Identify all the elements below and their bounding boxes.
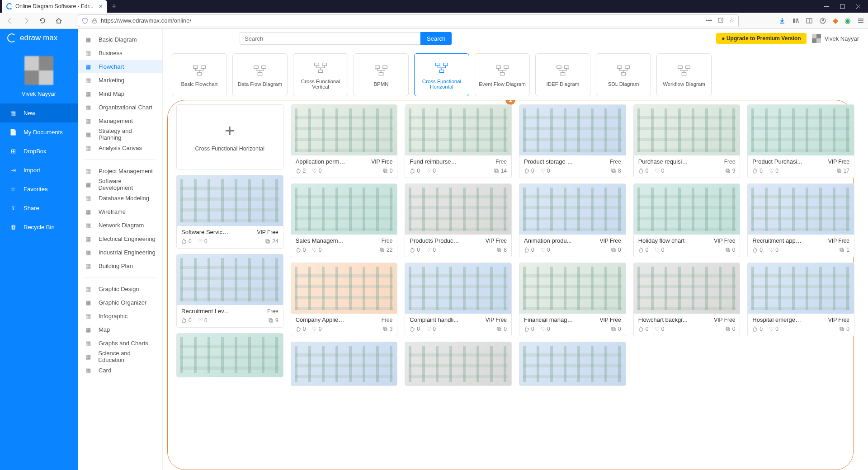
sidebar-item-import[interactable]: ⇥Import	[0, 160, 78, 179]
template-card[interactable]: Recruitment appli... VIP Free 0 ♡ 0 1	[747, 183, 854, 257]
like-count[interactable]: 2	[296, 168, 306, 174]
category-management[interactable]: ▦Management	[78, 114, 162, 127]
like-count[interactable]: 0	[524, 247, 534, 253]
copy-count[interactable]: 0	[496, 326, 507, 332]
search-input[interactable]	[240, 32, 420, 45]
template-card[interactable]: Company Applies To ... Free 0 ♡ 0 3	[291, 263, 398, 336]
window-close-icon[interactable]	[856, 4, 861, 9]
category-mind-map[interactable]: ▦Mind Map	[78, 87, 162, 100]
copy-count[interactable]: 14	[494, 168, 507, 174]
fav-count[interactable]: ♡ 0	[312, 326, 321, 332]
template-card[interactable]: Holiday flow chart VIP Free 0 ♡ 0 0	[633, 183, 741, 257]
like-count[interactable]: 0	[752, 247, 763, 253]
fav-count[interactable]: ♡ 0	[655, 247, 664, 253]
like-count[interactable]: 0	[752, 168, 763, 174]
like-count[interactable]: 0	[410, 247, 420, 253]
fav-count[interactable]: ♡ 0	[655, 168, 664, 174]
fav-count[interactable]: ♡ 0	[426, 326, 436, 332]
type-event-flow-diagram[interactable]: Event Flow Diagram	[475, 53, 530, 96]
like-count[interactable]: 0	[524, 326, 534, 332]
copy-count[interactable]: 1	[839, 247, 849, 253]
category-business[interactable]: ▦Business	[78, 46, 162, 60]
home-button[interactable]	[52, 14, 65, 27]
fav-count[interactable]: ♡ 0	[541, 326, 550, 332]
user-chip[interactable]: Vivek Nayyar	[812, 34, 859, 43]
new-tab-button[interactable]: +	[107, 2, 121, 11]
library-icon[interactable]	[792, 17, 799, 24]
type-cross-functional-horizontal[interactable]: Cross Functional Horizontal	[414, 53, 469, 96]
fav-count[interactable]: ♡ 0	[655, 326, 664, 332]
download-icon[interactable]	[778, 17, 786, 24]
type-data-flow-diagram[interactable]: Data Flow Diagram	[232, 53, 288, 96]
copy-count[interactable]: 24	[265, 238, 278, 244]
profile-block[interactable]: Vivek Nayyar	[0, 47, 78, 103]
template-card[interactable]: Financial manage... VIP Free 0 ♡ 0 0	[519, 263, 626, 336]
category-electrical-engineering[interactable]: ▦Electrical Engineering	[78, 232, 162, 245]
copy-count[interactable]: 8	[496, 247, 507, 253]
category-science-and-education[interactable]: ▦Science and Education	[78, 350, 162, 363]
category-project-management[interactable]: ▦Project Management	[78, 164, 162, 178]
template-card[interactable]: Animation produ... VIP Free 0 ♡ 0 0	[519, 183, 626, 257]
copy-count[interactable]: 9	[725, 168, 736, 174]
fav-count[interactable]: ♡ 0	[198, 238, 208, 244]
like-count[interactable]: 0	[181, 238, 192, 244]
like-count[interactable]: 0	[296, 247, 306, 253]
menu-icon[interactable]	[857, 17, 864, 24]
like-count[interactable]: 0	[638, 326, 649, 332]
type-bpmn[interactable]: BPMN	[354, 53, 409, 96]
type-basic-flowchart[interactable]: Basic Flowchart	[172, 53, 227, 96]
type-sdl-diagram[interactable]: SDL Diagram	[596, 53, 651, 96]
upgrade-button[interactable]: ● Upgrade to Premium Version	[716, 33, 806, 44]
bookmark-star-icon[interactable]: ☆	[729, 17, 735, 24]
template-card[interactable]: Sales Management C... Free 0 ♡ 0 22	[291, 183, 398, 257]
category-flowchart[interactable]: ▦Flowchart	[78, 60, 162, 73]
fav-count[interactable]: ♡ 0	[541, 168, 550, 174]
copy-count[interactable]: 3	[382, 326, 393, 332]
category-card[interactable]: ▦Card	[78, 363, 162, 377]
fav-count[interactable]: ♡ 0	[198, 317, 208, 324]
copy-count[interactable]: 17	[836, 168, 849, 174]
template-card[interactable]: Recruitment Level Cr... Free 0 ♡ 0 9	[176, 254, 283, 328]
new-diagram-card[interactable]: + Cross Functional Horizontal	[176, 104, 283, 169]
like-count[interactable]: 0	[638, 247, 649, 253]
sidebar-icon[interactable]	[806, 17, 813, 24]
template-card[interactable]	[176, 333, 283, 377]
back-button[interactable]	[4, 14, 16, 27]
template-card[interactable]: Product storage flow ... Free 0 ♡ 0 8	[519, 104, 626, 178]
reload-button[interactable]	[36, 14, 49, 27]
like-count[interactable]: 0	[410, 168, 420, 174]
fav-count[interactable]: ♡ 0	[541, 247, 550, 253]
ext2-icon[interactable]: ◉	[844, 16, 851, 25]
category-basic-diagram[interactable]: ▦Basic Diagram	[78, 33, 162, 46]
type-idef-diagram[interactable]: IDEF Diagram	[535, 53, 590, 96]
fav-count[interactable]: ♡ 0	[769, 326, 778, 332]
template-card[interactable]: Hospital emergen... VIP Free 0 ♡ 0 0	[747, 263, 854, 336]
copy-count[interactable]: 0	[725, 247, 736, 253]
template-card[interactable]: Products Producti... VIP Free 0 ♡ 0 8	[405, 183, 512, 257]
more-icon[interactable]: •••	[706, 17, 712, 24]
like-count[interactable]: 0	[638, 168, 649, 174]
template-card[interactable]	[519, 342, 626, 386]
copy-count[interactable]: 8	[611, 168, 621, 174]
fav-count[interactable]: ♡ 0	[769, 247, 778, 253]
type-cross-functional-vertical[interactable]: Cross Functional Vertical	[293, 53, 348, 96]
category-graphs-and-charts[interactable]: ▦Graphs and Charts	[78, 336, 162, 350]
category-building-plan[interactable]: ▦Building Plan	[78, 259, 162, 273]
sidebar-item-recycle-bin[interactable]: 🗑Recycle Bin	[0, 217, 78, 236]
like-count[interactable]: 0	[410, 326, 420, 332]
category-graphic-organizer[interactable]: ▦Graphic Organizer	[78, 296, 162, 309]
copy-count[interactable]: 22	[379, 247, 392, 253]
search-button[interactable]: Search	[420, 32, 452, 45]
copy-count[interactable]: 0	[611, 326, 621, 332]
category-industrial-engineering[interactable]: ▦Industrial Engineering	[78, 245, 162, 259]
like-count[interactable]: 0	[181, 317, 192, 324]
category-organizational-chart[interactable]: ▦Organizational Chart	[78, 100, 162, 114]
category-database-modeling[interactable]: ▦Database Modeling	[78, 191, 162, 205]
url-bar[interactable]: https://www.edrawmax.com/online/ ••• ☆	[78, 14, 739, 27]
sidebar-item-new[interactable]: ▦New	[0, 103, 78, 122]
ext1-icon[interactable]: ◆	[833, 16, 838, 25]
reader-icon[interactable]	[717, 17, 724, 24]
account-icon[interactable]	[819, 17, 826, 24]
template-card[interactable]	[291, 342, 398, 386]
app-logo[interactable]: edraw max	[0, 29, 78, 47]
